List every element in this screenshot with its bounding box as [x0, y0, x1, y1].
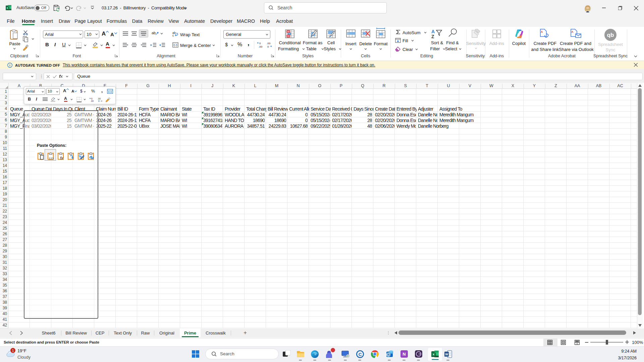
svg-text:W: W: [445, 353, 448, 356]
svg-text:1: 1: [12, 349, 14, 353]
svg-text:ab: ab: [152, 31, 156, 35]
svg-text:.00: .00: [91, 100, 94, 102]
svg-text:C: C: [359, 352, 362, 357]
svg-text:0: 0: [91, 98, 93, 100]
svg-text:0: 0: [267, 45, 269, 48]
svg-text:A: A: [541, 30, 543, 34]
svg-text:.00: .00: [259, 45, 263, 48]
svg-text:A: A: [431, 29, 435, 34]
svg-text:A: A: [571, 30, 574, 34]
svg-text:0: 0: [98, 100, 100, 102]
svg-text:123: 123: [49, 157, 54, 160]
svg-text:c: c: [172, 34, 174, 37]
svg-text:N: N: [402, 352, 406, 357]
svg-text:x: x: [433, 353, 434, 356]
svg-text:qb: qb: [607, 32, 614, 38]
svg-text:0: 0: [259, 42, 261, 45]
svg-text:fx: fx: [60, 156, 63, 160]
svg-text:Z: Z: [431, 34, 434, 39]
svg-text:.00: .00: [267, 42, 271, 45]
svg-text:.00: .00: [98, 98, 101, 100]
